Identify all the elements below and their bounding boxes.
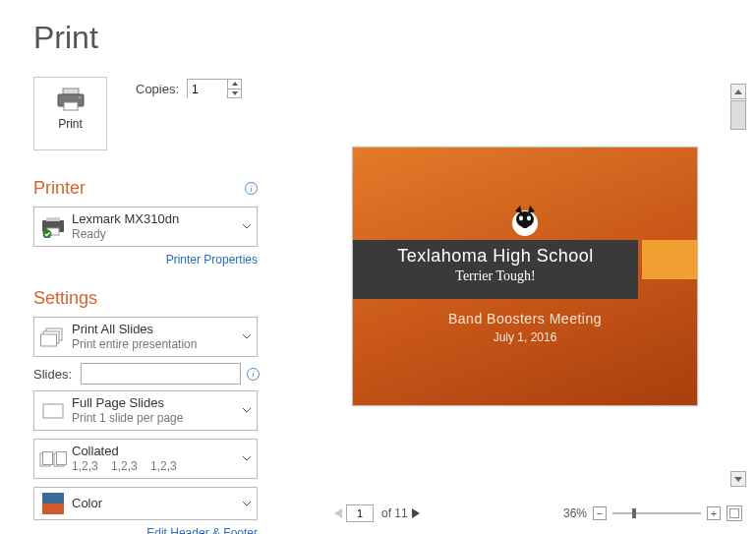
collate-label: Collated xyxy=(72,444,237,459)
printer-section-label: Printer xyxy=(33,178,86,198)
layout-sub: Print 1 slide per page xyxy=(72,411,237,426)
color-label: Color xyxy=(72,496,237,511)
printer-properties-link[interactable]: Printer Properties xyxy=(33,247,260,268)
svg-point-18 xyxy=(519,216,523,221)
slides-info-icon[interactable]: i xyxy=(247,368,260,381)
chevron-down-icon xyxy=(237,456,257,461)
svg-rect-11 xyxy=(43,404,63,418)
svg-point-3 xyxy=(78,96,81,99)
color-dropdown[interactable]: Color xyxy=(33,487,258,520)
zoom-to-fit-button[interactable] xyxy=(727,505,742,521)
printer-status: Ready xyxy=(72,227,237,242)
slides-range-label: Slides: xyxy=(33,367,75,382)
chevron-down-icon xyxy=(237,502,257,506)
next-page-button[interactable] xyxy=(412,504,420,522)
chevron-down-icon xyxy=(237,408,257,413)
layout-dropdown[interactable]: Full Page Slides Print 1 slide per page xyxy=(33,390,258,431)
printer-info-icon[interactable]: i xyxy=(245,182,258,195)
zoom-out-button[interactable]: − xyxy=(593,506,607,520)
slide-title: Texlahoma High School xyxy=(353,246,638,267)
copies-spinner[interactable] xyxy=(187,79,242,98)
slides-stack-icon xyxy=(34,323,72,352)
printer-device-icon xyxy=(34,212,72,242)
zoom-slider[interactable] xyxy=(612,512,701,514)
svg-rect-15 xyxy=(57,451,67,464)
layout-label: Full Page Slides xyxy=(72,395,237,411)
collate-sub: 1,2,3 1,2,3 1,2,3 xyxy=(72,459,237,474)
svg-rect-10 xyxy=(41,334,57,346)
print-button[interactable]: Print xyxy=(33,77,107,150)
full-page-icon xyxy=(34,397,72,425)
print-what-sub: Print entire presentation xyxy=(72,337,237,352)
settings-section-head: Settings xyxy=(33,288,260,309)
copies-label: Copies: xyxy=(136,82,179,96)
copies-down-button[interactable] xyxy=(227,89,241,98)
copies-up-button[interactable] xyxy=(227,80,241,89)
prev-page-button[interactable] xyxy=(334,504,342,522)
svg-rect-2 xyxy=(64,102,78,110)
scroll-thumb[interactable] xyxy=(730,100,746,130)
svg-point-20 xyxy=(522,224,528,228)
scroll-down-button[interactable] xyxy=(730,471,746,487)
slide-tagline: Terrier Tough! xyxy=(353,268,638,284)
svg-rect-13 xyxy=(43,451,53,464)
mascot-icon xyxy=(505,202,545,241)
print-what-dropdown[interactable]: Print All Slides Print entire presentati… xyxy=(33,317,258,357)
edit-header-footer-link[interactable]: Edit Header & Footer xyxy=(33,520,260,534)
chevron-down-icon xyxy=(237,224,257,229)
chevron-down-icon xyxy=(237,334,257,339)
slide-subtitle: Band Boosters Meeting xyxy=(353,311,697,326)
settings-section-label: Settings xyxy=(33,288,97,308)
print-what-label: Print All Slides xyxy=(72,322,237,337)
zoom-level-label: 36% xyxy=(563,506,587,520)
svg-point-19 xyxy=(527,216,531,221)
printer-dropdown[interactable]: Lexmark MX310dn Ready xyxy=(33,207,258,247)
printer-icon xyxy=(56,88,86,111)
accent-block xyxy=(642,240,697,279)
svg-rect-0 xyxy=(63,89,79,94)
zoom-in-button[interactable]: + xyxy=(707,506,721,520)
print-options-pane: Print Printer i Lexmark MX310dn Ready Pr… xyxy=(33,77,260,534)
scroll-up-button[interactable] xyxy=(730,84,746,99)
preview-pane: Texlahoma High School Terrier Tough! Ban… xyxy=(295,74,746,524)
page-of-label: of 11 xyxy=(381,506,408,520)
collate-dropdown[interactable]: Collated 1,2,3 1,2,3 1,2,3 xyxy=(33,439,258,479)
slide-preview: Texlahoma High School Terrier Tough! Ban… xyxy=(352,147,698,406)
preview-scrollbar[interactable] xyxy=(730,84,746,131)
color-swatch-icon xyxy=(34,489,72,518)
collated-icon xyxy=(34,445,72,473)
copies-input[interactable] xyxy=(188,81,227,98)
zoom-slider-handle[interactable] xyxy=(632,508,636,518)
printer-name: Lexmark MX310dn xyxy=(72,211,237,227)
print-button-label: Print xyxy=(34,117,106,131)
page-title: Print xyxy=(0,0,756,70)
page-number-input[interactable] xyxy=(346,504,374,522)
printer-section-head: Printer i xyxy=(33,178,260,199)
svg-rect-5 xyxy=(46,217,60,221)
slide-date: July 1, 2016 xyxy=(353,330,697,344)
slides-range-input[interactable] xyxy=(81,363,241,385)
